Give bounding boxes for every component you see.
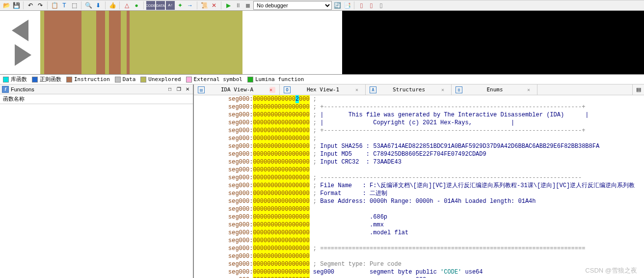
pause-icon[interactable]: ⏸ bbox=[234, 1, 242, 10]
disasm-line[interactable]: seg000:0000000000000000 ; Input MD5 : C7… bbox=[228, 150, 644, 158]
disasm-line[interactable]: seg000:0000000000000000 ; Format : 二进制 bbox=[228, 190, 644, 197]
nav-segment[interactable] bbox=[109, 11, 121, 74]
tab-label: IDA View-A bbox=[208, 86, 267, 93]
nav-segment[interactable] bbox=[96, 11, 105, 74]
navigation-overview bbox=[0, 11, 644, 75]
code-view-icon[interactable]: CODE bbox=[146, 1, 155, 10]
disasm-text: .model flat bbox=[310, 229, 409, 237]
run-green-icon[interactable]: ● bbox=[132, 1, 141, 10]
tab-ida-view-a[interactable]: ▤IDA View-A✕ bbox=[194, 84, 280, 95]
window2-icon[interactable]: ▯ bbox=[367, 1, 376, 10]
disassembly-view[interactable]: seg000:0000000000002000 ;seg000:00000000… bbox=[194, 95, 644, 278]
disasm-text: ; Input SHA256 : 53AA6714AED822851BDC91A… bbox=[310, 142, 600, 150]
tab-enums[interactable]: ≡Enums✕ bbox=[452, 84, 537, 95]
window1-icon[interactable]: ▯ bbox=[357, 1, 366, 10]
nav-back-icon[interactable] bbox=[12, 20, 28, 41]
legend-swatch bbox=[32, 77, 38, 83]
disasm-line[interactable]: seg000:0000000000000000 bbox=[228, 237, 644, 245]
nav-segment[interactable] bbox=[105, 11, 109, 74]
nav-segment[interactable] bbox=[40, 11, 44, 74]
functions-panel-titlebar: f Functions □ ❐ ✕ bbox=[0, 84, 193, 94]
binary-icon[interactable]: ⬚ bbox=[70, 1, 79, 10]
stop-icon[interactable]: △ bbox=[122, 1, 131, 10]
tab-close-icon[interactable]: ✕ bbox=[355, 87, 361, 93]
tab-close-icon[interactable]: ✕ bbox=[269, 87, 275, 93]
tab-close-icon[interactable]: ✕ bbox=[441, 87, 447, 93]
options-icon[interactable]: 📑 bbox=[343, 1, 351, 10]
legend-item: Lumina function bbox=[247, 76, 304, 83]
tab-close-icon[interactable]: ✕ bbox=[527, 87, 533, 93]
disasm-text: ; bbox=[310, 95, 317, 103]
legend-label: External symbol bbox=[194, 76, 242, 83]
nav-segment[interactable] bbox=[44, 11, 81, 74]
script-icon[interactable]: 📜 bbox=[200, 1, 209, 10]
nav-segment[interactable] bbox=[121, 11, 127, 74]
disasm-line[interactable]: seg000:0000000000000000 ; Input CRC32 : … bbox=[228, 158, 644, 166]
disasm-line[interactable]: seg000:0000000000000000 ; Input SHA256 :… bbox=[228, 142, 644, 150]
disasm-text: ; Base Address: 0000h Range: 0000h - 01A… bbox=[310, 197, 536, 205]
search-icon[interactable]: 🔍 bbox=[84, 1, 93, 10]
disasm-line[interactable]: seg000:0000000000000000 bbox=[228, 205, 644, 213]
tab-icon: A bbox=[370, 86, 376, 93]
legend-item: External symbol bbox=[186, 76, 242, 83]
disasm-line[interactable]: seg000:0000000000000000 ; +-------------… bbox=[228, 103, 644, 111]
disasm-line[interactable]: seg000:0000000000000000 .686p bbox=[228, 213, 644, 221]
disasm-line[interactable]: seg000:0000000000000000 ; | This file wa… bbox=[228, 111, 644, 119]
disasm-line[interactable]: seg000:0000000000000000 ; | Copyright (c… bbox=[228, 119, 644, 127]
disasm-text: ; +-------------------------------------… bbox=[310, 103, 586, 111]
disasm-line[interactable]: seg000:0000000000000000 ; Base Address: … bbox=[228, 197, 644, 205]
panel-close-icon[interactable]: ✕ bbox=[184, 86, 191, 93]
tab-icon: O bbox=[284, 86, 291, 93]
goto-icon[interactable]: 👍 bbox=[108, 1, 117, 10]
nav-segment[interactable] bbox=[130, 11, 242, 74]
text-icon[interactable]: T bbox=[60, 1, 69, 10]
panel-maximize-icon[interactable]: □ bbox=[166, 86, 173, 93]
functions-column-header[interactable]: 函数名称 bbox=[0, 94, 193, 104]
tab-hex-view-1[interactable]: OHex View-1✕ bbox=[280, 84, 366, 95]
disasm-text: .mmx bbox=[310, 221, 384, 229]
disasm-line[interactable]: seg000:0000000000000000 ; bbox=[228, 135, 644, 142]
disasm-line[interactable]: seg000:0000000000000000 ; +-------------… bbox=[228, 127, 644, 135]
disasm-line[interactable]: seg000:0000000000000000 .mmx bbox=[228, 221, 644, 229]
main-toolbar: 📂 💾 ↶ ↷ 📋 T ⬚ 🔍 ⬇ 👍 △ ● CODE DATA A↑ ✦ →… bbox=[0, 0, 644, 11]
data-view-icon[interactable]: DATA bbox=[156, 1, 165, 10]
disasm-line[interactable]: seg000:0000000000000000 bbox=[228, 166, 644, 174]
hex-view-icon[interactable]: A↑ bbox=[166, 1, 175, 10]
disasm-text: ; Input CRC32 : 73AADE43 bbox=[310, 158, 402, 166]
graph-icon[interactable]: → bbox=[186, 1, 194, 10]
disasm-text: ; bbox=[310, 135, 317, 142]
disasm-line[interactable]: seg000:0000000000000000 bbox=[228, 252, 644, 260]
tab-label: Structures bbox=[379, 86, 438, 93]
redo-icon[interactable]: ↷ bbox=[36, 1, 45, 10]
legend-label: 库函数 bbox=[11, 76, 27, 83]
save-icon[interactable]: 💾 bbox=[12, 1, 21, 10]
debugger-select[interactable]: No debugger bbox=[253, 1, 332, 10]
window3-icon[interactable]: ▯ bbox=[376, 1, 385, 10]
panel-restore-icon[interactable]: ❐ bbox=[175, 86, 182, 93]
disasm-text: ; | This file was generated by The Inter… bbox=[310, 111, 589, 119]
nav-segment[interactable] bbox=[81, 11, 96, 74]
tab-overflow-icon[interactable]: ▤ bbox=[632, 84, 644, 95]
disasm-line[interactable]: seg000:0000000000002000 ; bbox=[228, 95, 644, 103]
down-arrow-icon[interactable]: ⬇ bbox=[94, 1, 103, 10]
nav-forward-icon[interactable] bbox=[15, 44, 31, 66]
delete-icon[interactable]: ✕ bbox=[210, 1, 218, 10]
xref-icon[interactable]: ✦ bbox=[176, 1, 185, 10]
stop-debug-icon[interactable]: ◼ bbox=[243, 1, 252, 10]
disasm-line[interactable]: seg000:0000000000000000 seg000 segment b… bbox=[228, 268, 644, 276]
disasm-line[interactable]: seg000:0000000000000000 ; ==============… bbox=[228, 245, 644, 252]
disasm-line[interactable]: seg000:0000000000000000 assume cs:seg000 bbox=[228, 276, 644, 278]
copy-icon[interactable]: 📋 bbox=[50, 1, 59, 10]
tab-structures[interactable]: AStructures✕ bbox=[366, 84, 452, 95]
play-icon[interactable]: ▶ bbox=[224, 1, 233, 10]
refresh-icon[interactable]: 🔄 bbox=[333, 1, 342, 10]
disasm-line[interactable]: seg000:0000000000000000 ; File Name : F:… bbox=[228, 182, 644, 190]
legend-label: Lumina function bbox=[255, 76, 304, 83]
open-icon[interactable]: 📂 bbox=[2, 1, 11, 10]
disasm-line[interactable]: seg000:0000000000000000 ; --------------… bbox=[228, 174, 644, 182]
disasm-line[interactable]: seg000:0000000000000000 .model flat bbox=[228, 229, 644, 237]
disasm-line[interactable]: seg000:0000000000000000 ; Segment type: … bbox=[228, 260, 644, 268]
undo-icon[interactable]: ↶ bbox=[26, 1, 35, 10]
functions-list[interactable] bbox=[0, 104, 193, 278]
nav-strip[interactable] bbox=[40, 11, 342, 74]
